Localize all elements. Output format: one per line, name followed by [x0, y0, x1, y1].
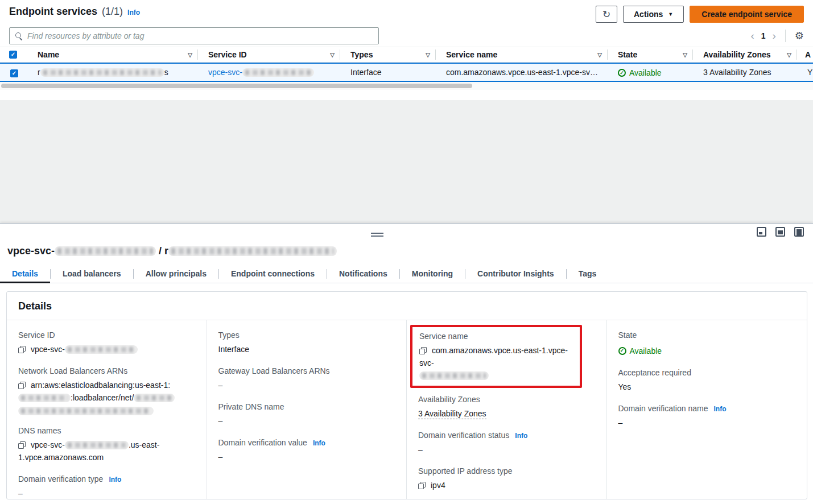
- service-id-link[interactable]: vpce-svc-: [208, 68, 314, 77]
- tab-notifications[interactable]: Notifications: [327, 265, 399, 283]
- actions-label: Actions: [634, 10, 663, 19]
- split-panel-size-controls: [757, 227, 804, 237]
- column-header-acceptance[interactable]: A: [797, 47, 813, 63]
- info-link[interactable]: Info: [109, 476, 121, 484]
- endpoint-services-table: ✓ Name ▽ Service ID ▽ Types ▽ Service na…: [0, 47, 813, 100]
- horizontal-scrollbar-thumb[interactable]: [1, 84, 472, 88]
- column-header-name[interactable]: Name ▽: [27, 47, 198, 63]
- tab-details[interactable]: Details: [0, 265, 50, 283]
- page-title-text: Endpoint services: [9, 6, 97, 18]
- panel-size-large-button[interactable]: [794, 227, 804, 237]
- caret-down-icon: ▼: [668, 11, 673, 17]
- copy-icon[interactable]: [419, 347, 427, 354]
- info-link[interactable]: Info: [313, 439, 325, 447]
- column-header-service-id[interactable]: Service ID ▽: [198, 47, 340, 63]
- split-panel-title: vpce-svc- / r: [7, 245, 804, 257]
- select-all-checkbox-cell: ✓: [0, 47, 27, 63]
- redacted-text: [242, 68, 314, 77]
- panel-size-medium-button[interactable]: [775, 227, 785, 237]
- split-panel: vpce-svc- / r Details Load balancers All…: [0, 223, 813, 504]
- field-glb-arns: Gateway Load Balancers ARNs –: [218, 366, 393, 391]
- redacted-text: [55, 246, 156, 256]
- availability-zones-popover-trigger[interactable]: 3 Availability Zones: [418, 409, 486, 419]
- split-panel-drag-handle[interactable]: [371, 233, 383, 237]
- details-column-1: Service ID vpce-svc- Network Load Balanc…: [7, 320, 207, 499]
- select-all-checkbox[interactable]: ✓: [9, 51, 17, 59]
- row-types-cell: Interface: [340, 68, 436, 77]
- table-bottom-spacer: [0, 90, 813, 100]
- sort-icon[interactable]: ▽: [325, 52, 335, 58]
- copy-icon[interactable]: [418, 482, 426, 489]
- field-supported-ip-address-type: Supported IP address type ipv4: [418, 466, 593, 491]
- details-card-heading: Details: [7, 292, 807, 320]
- page-number[interactable]: 1: [761, 31, 766, 40]
- row-service-id-cell: vpce-svc-: [198, 68, 340, 77]
- page-title: Endpoint services (1/1) Info: [9, 6, 140, 18]
- row-checkbox[interactable]: ✓: [10, 69, 18, 77]
- row-availability-zones-cell: 3 Availability Zones: [693, 68, 797, 77]
- sort-icon[interactable]: ▽: [421, 52, 430, 58]
- sort-icon[interactable]: ▽: [782, 52, 791, 58]
- sort-icon[interactable]: ▽: [678, 52, 687, 58]
- check-circle-icon: ✓: [618, 69, 626, 77]
- split-panel-tabs: Details Load balancers Allow principals …: [0, 265, 813, 283]
- field-dns-names: DNS names vpce-svc-.us-east-1.vpce.amazo…: [18, 426, 193, 464]
- panel-size-small-button[interactable]: [757, 227, 766, 237]
- create-endpoint-service-button[interactable]: Create endpoint service: [690, 6, 804, 23]
- horizontal-scrollbar: [0, 82, 813, 90]
- tab-tags[interactable]: Tags: [567, 265, 609, 283]
- details-column-2: Types Interface Gateway Load Balancers A…: [207, 320, 407, 499]
- redacted-text: [18, 394, 71, 402]
- field-nlb-arns: Network Load Balancers ARNs arn:aws:elas…: [18, 366, 193, 415]
- copy-icon[interactable]: [18, 346, 26, 353]
- row-state-cell: ✓ Available: [608, 67, 693, 78]
- info-link[interactable]: Info: [515, 432, 527, 440]
- field-private-dns-name: Private DNS name –: [218, 402, 393, 427]
- row-acceptance-cell: Y: [797, 68, 813, 77]
- copy-icon[interactable]: [18, 382, 26, 389]
- details-column-4: State ✓ Available Acceptance required Ye…: [607, 320, 807, 499]
- column-header-state[interactable]: State ▽: [608, 47, 693, 63]
- prev-page-button[interactable]: ‹: [750, 30, 754, 42]
- check-icon: ✓: [11, 52, 15, 57]
- table-row[interactable]: ✓ rs vpce-svc- Interface com.amazonaws.v…: [0, 63, 813, 82]
- row-checkbox-cell: ✓: [0, 68, 27, 77]
- search-input[interactable]: [27, 31, 373, 40]
- field-state: State ✓ Available: [618, 331, 794, 357]
- tab-monitoring[interactable]: Monitoring: [400, 265, 465, 283]
- actions-button[interactable]: Actions ▼: [623, 6, 684, 23]
- copy-icon[interactable]: [18, 441, 26, 449]
- column-header-availability-zones[interactable]: Availability Zones ▽: [693, 47, 797, 63]
- status-badge: ✓ Available: [618, 345, 662, 357]
- tab-endpoint-connections[interactable]: Endpoint connections: [219, 265, 327, 283]
- availability-zones-popover-trigger[interactable]: 3 Availability Zones: [703, 68, 771, 77]
- refresh-button[interactable]: ↻: [596, 6, 617, 23]
- details-column-3: Service name com.amazonaws.vpce.us-east-…: [407, 320, 607, 499]
- field-acceptance-required: Acceptance required Yes: [618, 368, 794, 393]
- column-header-types[interactable]: Types ▽: [340, 47, 436, 63]
- field-availability-zones: Availability Zones 3 Availability Zones: [418, 395, 593, 420]
- tab-load-balancers[interactable]: Load balancers: [51, 265, 133, 283]
- tab-contributor-insights[interactable]: Contributor Insights: [465, 265, 566, 283]
- redacted-text: [40, 68, 164, 77]
- title-info-link[interactable]: Info: [127, 9, 140, 16]
- column-header-service-name[interactable]: Service name ▽: [436, 47, 608, 63]
- redacted-text: [65, 345, 138, 354]
- redacted-text: [419, 371, 489, 380]
- table-settings-gear-icon[interactable]: ⚙: [795, 31, 804, 41]
- field-types: Types Interface: [218, 331, 393, 356]
- pagination: ‹ 1 › ⚙: [750, 30, 804, 42]
- sort-icon[interactable]: ▽: [593, 52, 602, 58]
- redacted-text: [65, 441, 129, 449]
- redacted-text: [18, 407, 154, 415]
- table-header-row: ✓ Name ▽ Service ID ▽ Types ▽ Service na…: [0, 47, 813, 63]
- field-service-id: Service ID vpce-svc-: [18, 331, 193, 356]
- search-icon: [15, 32, 23, 40]
- refresh-icon: ↻: [602, 9, 610, 20]
- field-domain-verification-type: Domain verification type Info –: [18, 474, 193, 499]
- next-page-button[interactable]: ›: [773, 30, 776, 42]
- tab-allow-principals[interactable]: Allow principals: [134, 265, 218, 283]
- redacted-text: [168, 246, 337, 256]
- info-link[interactable]: Info: [713, 405, 726, 413]
- sort-icon[interactable]: ▽: [183, 52, 192, 58]
